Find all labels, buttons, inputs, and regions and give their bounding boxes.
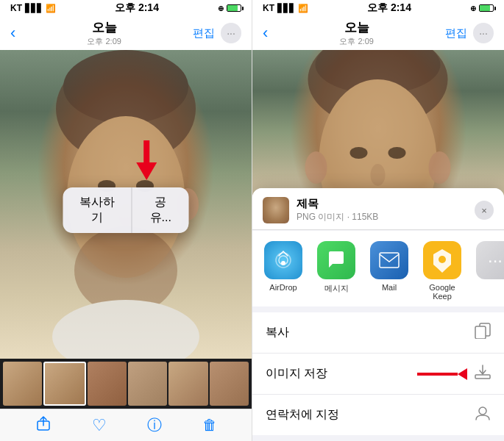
more-apps-icon: ··· (476, 241, 504, 279)
right-nav-title-block: 오늘 오후 2:09 (339, 19, 373, 47)
save-image-label: 이미지 저장 (266, 366, 327, 381)
status-right: ⊕ (218, 4, 241, 12)
right-nav-bar: ‹ 오늘 오후 2:09 편집 ··· (252, 16, 504, 50)
share-info: 제목 PNG 이미지 · 115KB (289, 197, 475, 223)
share-header: 제목 PNG 이미지 · 115KB × (252, 188, 504, 230)
right-nav-title-sub: 오후 2:09 (339, 36, 373, 47)
info-button[interactable]: ⓘ (147, 415, 162, 435)
airdrop-icon (264, 241, 302, 279)
arrow-right-head (458, 368, 467, 380)
svg-point-13 (350, 147, 368, 159)
right-carrier-label: KT (263, 3, 274, 13)
thumb-5[interactable] (168, 362, 207, 406)
keep-label: Google Keep (419, 283, 466, 301)
contact-icon (475, 405, 491, 425)
app-item-more[interactable]: ··· (472, 241, 504, 301)
right-charging-icon: ⊕ (470, 4, 476, 12)
action-copy[interactable]: 복사 (252, 312, 504, 354)
right-more-icon: ··· (479, 27, 488, 39)
signal-icon: ▋▋▋ (25, 4, 43, 13)
messages-icon (317, 241, 355, 279)
assign-contact-label: 연락처에 지정 (266, 407, 339, 423)
svg-rect-22 (380, 253, 399, 268)
app-item-mail[interactable]: Mail (366, 241, 413, 301)
app-item-keep[interactable]: Google Keep (419, 241, 466, 301)
svg-point-8 (52, 300, 199, 359)
mail-svg (378, 251, 400, 270)
back-button[interactable]: ‹ (10, 24, 15, 43)
action-save-image[interactable]: 이미지 저장 (252, 354, 504, 395)
more-icon: ··· (227, 27, 235, 39)
heart-button[interactable]: ♡ (92, 416, 107, 435)
svg-rect-26 (475, 375, 490, 379)
left-nav-bar: ‹ 오늘 오후 2:09 편집 ··· (0, 16, 252, 50)
right-battery-fill (480, 5, 490, 11)
action-assign-contact[interactable]: 연락처에 지정 (252, 395, 504, 435)
context-menu: 복사하기 공유... (63, 187, 189, 233)
svg-rect-25 (475, 326, 486, 339)
arrow-shaft (143, 140, 149, 162)
svg-point-23 (439, 256, 446, 263)
share-button[interactable]: 공유... (132, 187, 189, 233)
edit-button[interactable]: 편집 (193, 26, 215, 40)
nav-actions: 편집 ··· (193, 23, 241, 43)
thumb-4[interactable] (128, 362, 167, 406)
red-arrow-down (136, 142, 157, 180)
wifi-icon: 📶 (46, 4, 56, 13)
left-phone: KT ▋▋▋ 📶 오후 2:14 ⊕ ‹ 오늘 오후 2:09 편집 ··· (0, 0, 252, 441)
right-nav-actions: 편집 ··· (445, 23, 494, 43)
share-sheet: 제목 PNG 이미지 · 115KB × AirDrop (252, 188, 504, 441)
messages-svg (325, 249, 347, 271)
right-status-bar: KT ▋▋▋ 📶 오후 2:14 ⊕ (252, 0, 504, 16)
thumb-1[interactable] (3, 362, 42, 406)
red-arrow-save (417, 368, 467, 380)
app-item-messages[interactable]: 메시지 (313, 241, 360, 301)
share-close-button[interactable]: × (475, 201, 494, 220)
save-icon (475, 364, 491, 384)
messages-label: 메시지 (324, 283, 349, 294)
mail-icon (370, 241, 408, 279)
svg-point-21 (281, 261, 285, 265)
thumb-3[interactable] (88, 362, 127, 406)
thumb-2[interactable] (43, 362, 85, 406)
share-thumb-face (263, 197, 289, 223)
more-button[interactable]: ··· (221, 23, 241, 43)
svg-point-16 (429, 151, 451, 184)
share-subtitle: PNG 이미지 · 115KB (297, 211, 475, 223)
svg-point-15 (371, 164, 386, 186)
right-signal-icon: ▋▋▋ (277, 4, 295, 13)
svg-point-1 (63, 50, 188, 123)
status-left: KT ▋▋▋ 📶 (10, 3, 56, 13)
mail-label: Mail (382, 283, 397, 292)
left-status-bar: KT ▋▋▋ 📶 오후 2:14 ⊕ (0, 0, 252, 16)
right-wifi-icon: 📶 (298, 4, 308, 13)
right-time-label: 오후 2:14 (367, 1, 411, 15)
trash-button[interactable]: 🗑 (202, 417, 217, 434)
copy-icon (475, 323, 491, 343)
charging-icon: ⊕ (218, 4, 224, 12)
action-rows: 복사 이미지 저장 (252, 312, 504, 435)
airdrop-svg (271, 248, 295, 272)
copy-button[interactable]: 복사하기 (63, 187, 132, 233)
share-title: 제목 (297, 197, 475, 211)
app-icons-row: AirDrop 메시지 Mail (252, 231, 504, 306)
right-more-button[interactable]: ··· (473, 23, 494, 43)
share-toolbar-button[interactable] (35, 415, 52, 435)
left-photo-area: 복사하기 공유... (0, 50, 252, 359)
battery-icon (227, 4, 241, 12)
right-phone: KT ▋▋▋ 📶 오후 2:14 ⊕ ‹ 오늘 오후 2:09 편집 ··· (252, 0, 504, 441)
time-label: 오후 2:14 (115, 1, 159, 15)
keep-icon (423, 241, 461, 279)
app-item-airdrop[interactable]: AirDrop (260, 241, 307, 301)
nav-title-sub: 오후 2:09 (87, 36, 121, 47)
keep-svg (432, 248, 452, 273)
svg-point-17 (305, 151, 327, 184)
right-battery-icon (479, 4, 494, 12)
right-back-button[interactable]: ‹ (263, 24, 268, 43)
right-edit-button[interactable]: 편집 (445, 26, 467, 40)
arrow-line (417, 373, 458, 376)
left-bottom-toolbar: ♡ ⓘ 🗑 (0, 409, 252, 441)
thumb-6[interactable] (210, 362, 249, 406)
right-status-left: KT ▋▋▋ 📶 (263, 3, 308, 13)
thumbnail-strip (0, 359, 252, 409)
